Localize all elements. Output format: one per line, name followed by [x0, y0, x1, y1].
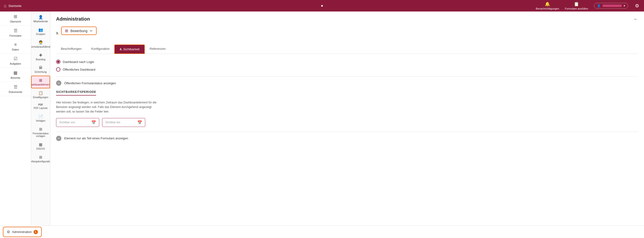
sidebar-label-dokumente: Dokumente: [9, 90, 22, 93]
notifications-label: Benachrichtigungen: [536, 7, 559, 10]
chevron-down-icon: ▾: [624, 4, 625, 7]
inner-item-branding[interactable]: ✚ Branding: [31, 50, 50, 63]
inner-item-vorlagen[interactable]: 📄 Vorlagen: [31, 112, 50, 125]
section-description: Hier können Sie festlegen, in welchem Ze…: [56, 100, 157, 114]
inner-item-einrichtung[interactable]: 🏛 Einrichtung: [31, 63, 50, 76]
step-badge-3: 3.: [56, 31, 59, 35]
inner-label-gruppen: Gruppen: [36, 33, 45, 35]
toggle-element-formulars[interactable]: Element nur als Teil eines Formulars anz…: [56, 136, 638, 141]
tab-label-referenzen: Referenzen: [150, 47, 166, 50]
radio-dashboard-nach-login[interactable]: Dashboard nach Login: [56, 60, 638, 64]
inner-item-pdf-layouts[interactable]: PDF PDF Layouts: [31, 101, 50, 112]
inner-label-pdf: PDF Layouts: [34, 107, 48, 109]
date-input-von[interactable]: Sichtbar von 📅: [56, 118, 99, 127]
form-icon: 📋: [574, 1, 579, 7]
radio-label-dashboard: Dashboard nach Login: [63, 60, 94, 64]
content-area: Administration 3. ⊞ Bewerbung ✏ Beschrif…: [50, 11, 644, 226]
home-label: Startseite: [8, 4, 22, 8]
tab-sichtbarkeit[interactable]: 4.Sichtbarkeit: [114, 44, 145, 54]
inner-label-mitarbeitende: Mitarbeitende: [33, 20, 48, 23]
toggle-minus-icon[interactable]: [56, 80, 61, 86]
date-inputs-row: Sichtbar von 📅 Sichtbar bis 📅: [56, 118, 638, 127]
inner-item-einwilligungen[interactable]: 📋 Einwilligungen: [31, 88, 50, 101]
toggle-label-element: Element nur als Teil eines Formulars anz…: [64, 136, 128, 140]
inner-sidebar: 👤 Mitarbeitende 👥 Gruppen 🧑‍💼 Formularau…: [31, 11, 50, 226]
inner-label-formularausfuellende: Formularausfüllende: [31, 45, 50, 48]
bar-chart-icon: ▦: [14, 70, 18, 75]
grid-icon: ⊞: [14, 14, 17, 19]
section-header-sichtbarkeit: SICHTBARKEITSPERIODE: [56, 90, 96, 96]
inner-label-branding: Branding: [36, 58, 45, 61]
inner-item-formularstatus[interactable]: ⊞ Formularstatus vorlagen: [31, 125, 50, 140]
user-icon: 👤: [597, 4, 600, 7]
sidebar-label-berichte: Berichte: [10, 76, 20, 79]
form-name-text: Bewerbung: [70, 29, 88, 33]
sidebar-label-daten: Daten: [12, 48, 19, 51]
inner-label-dashboardelemente: Dashboardelemente: [31, 83, 50, 86]
edit-icon: ✏: [90, 29, 93, 33]
consent-icon: 📋: [38, 91, 43, 95]
sidebar-item-daten[interactable]: ≡ Daten: [0, 40, 31, 54]
check-icon: ☑: [14, 56, 18, 61]
form-name-bar[interactable]: ⊞ Bewerbung ✏: [61, 26, 96, 35]
main-layout: ⊞ Übersicht ☰ Formulare ≡ Daten ☑ Aufgab…: [0, 11, 644, 226]
admin-button[interactable]: ⚙ Administration 1.: [4, 228, 41, 236]
radio-oeffentliches-dashboard[interactable]: Öffentliches Dashboard: [56, 67, 638, 72]
bottom-navigation: ⚙ Administration 1.: [0, 226, 644, 238]
user-name: [602, 4, 622, 7]
config-icon: ⊞: [39, 155, 42, 160]
sidebar-item-formulare[interactable]: ☰ Formulare: [0, 26, 31, 40]
inner-item-dsgvo[interactable]: ▦ DSGVO: [31, 140, 50, 153]
inner-label-anfangskonfiguration: Anfangskonfiguration: [31, 160, 50, 163]
notifications-button[interactable]: 🔔 Benachrichtigungen: [536, 1, 559, 10]
person-icon: 👤: [38, 15, 43, 19]
fill-forms-button[interactable]: 📋 Formulare ausfüllen: [565, 1, 588, 10]
sidebar-item-uebersicht[interactable]: ⊞ Übersicht: [0, 11, 31, 26]
inner-label-formularstatus: Formularstatus vorlagen: [32, 132, 49, 137]
sidebar-label-uebersicht: Übersicht: [10, 20, 21, 23]
divider-2: [56, 132, 638, 132]
tab-referenzen[interactable]: Referenzen: [145, 44, 170, 54]
list-icon: ☰: [14, 28, 18, 33]
home-section[interactable]: ⌂ Startseite: [4, 3, 22, 8]
date-input-bis[interactable]: Sichtbar bis 📅: [102, 118, 145, 127]
calendar-icon-von: 📅: [91, 120, 96, 125]
inner-item-dashboardelemente[interactable]: ⊞ Dashboardelemente: [31, 76, 50, 88]
sidebar-label-aufgaben: Aufgaben: [10, 62, 21, 65]
tab-label-beschriftungen: Beschriftungen: [61, 47, 82, 50]
toggle-label-public-status: Öffentlichen Formularstatus anzeigen: [64, 81, 116, 85]
sidebar-label-formulare: Formulare: [9, 34, 21, 37]
tab-beschriftungen[interactable]: Beschriftungen: [56, 44, 86, 54]
pdf-icon: PDF: [38, 103, 43, 106]
back-arrow-button[interactable]: ←: [634, 16, 638, 22]
tab-konfiguration[interactable]: Konfiguration: [86, 44, 114, 54]
sidebar-item-berichte[interactable]: ▦ Berichte: [0, 68, 31, 82]
sidebar-item-aufgaben[interactable]: ☑ Aufgaben: [0, 54, 31, 68]
tabs-row: Beschriftungen Konfiguration 4.Sichtbark…: [56, 44, 638, 54]
user-menu[interactable]: 👤 ▾: [594, 3, 628, 9]
data-icon: ≡: [14, 42, 17, 47]
toggle-minus-icon-2[interactable]: [56, 136, 61, 141]
inner-item-formularausfuellende[interactable]: 🧑‍💼 Formularausfüllende: [31, 38, 50, 50]
page-title: Administration: [56, 16, 638, 22]
branding-icon: ✚: [39, 53, 42, 57]
center-logo: ●: [321, 3, 323, 8]
date-placeholder-von: Sichtbar von: [59, 121, 75, 124]
admin-label: Administration: [12, 230, 32, 234]
building-icon: 🏛: [39, 66, 43, 70]
radio-label-public: Öffentliches Dashboard: [63, 68, 96, 71]
sidebar-item-dokumente[interactable]: ☰ Dokumente: [0, 82, 31, 96]
inner-item-anfangskonfiguration[interactable]: ⊞ Anfangskonfiguration: [31, 153, 50, 165]
inner-item-gruppen[interactable]: 👥 Gruppen: [31, 25, 50, 38]
bell-icon: 🔔: [545, 1, 550, 7]
toggle-public-status[interactable]: Öffentlichen Formularstatus anzeigen: [56, 80, 638, 86]
radio-circle-unchecked: [56, 67, 60, 72]
form-person-icon: 🧑‍💼: [38, 40, 43, 45]
calendar-icon-bis: 📅: [137, 120, 142, 125]
settings-button[interactable]: ⚙: [634, 2, 640, 9]
inner-item-mitarbeitende[interactable]: 👤 Mitarbeitende: [31, 12, 50, 25]
home-icon: ⌂: [4, 3, 6, 8]
center-icon: ●: [321, 3, 323, 8]
date-placeholder-bis: Sichtbar bis: [105, 121, 120, 124]
inner-label-vorlagen: Vorlagen: [36, 119, 45, 122]
